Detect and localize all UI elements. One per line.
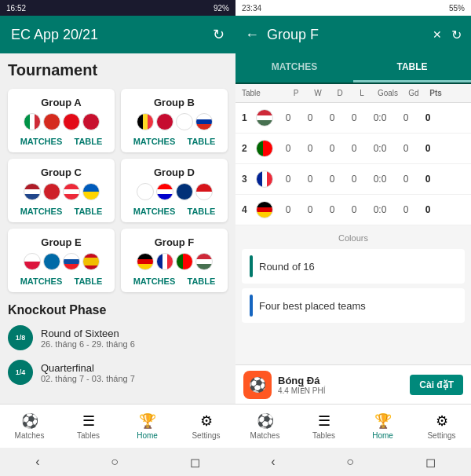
- flag-nl: [24, 183, 41, 200]
- d-1: 0: [321, 112, 343, 123]
- th-goals: Goals: [373, 89, 403, 97]
- right-nav-home[interactable]: 🏆 Home: [353, 405, 412, 448]
- flag-hu-row: [256, 109, 273, 126]
- colours-section: Colours Round of 16 Four best placed tea…: [236, 225, 471, 332]
- flag-es: [82, 253, 100, 270]
- group-card-a: Group A MATCHES TABLE: [8, 89, 115, 152]
- d-3: 0: [321, 174, 343, 185]
- group-d-flags: [127, 183, 221, 200]
- group-f-links: MATCHES TABLE: [127, 276, 221, 286]
- w-2: 0: [299, 143, 321, 154]
- group-e-matches-link[interactable]: MATCHES: [20, 276, 63, 286]
- pos-2: 2: [242, 143, 256, 154]
- flag-be: [137, 113, 154, 130]
- goals-1: 0:0: [365, 112, 395, 123]
- left-time: 16:52: [6, 4, 26, 13]
- flag-hu: [195, 253, 213, 270]
- recent-sys-btn[interactable]: ◻: [174, 452, 216, 473]
- matches-icon: ⚽: [21, 412, 38, 430]
- colour-item-best4: Four best placed teams: [242, 288, 465, 323]
- qf-name[interactable]: Quarterfinal: [41, 362, 135, 374]
- group-b-flags: [127, 113, 221, 130]
- refresh-icon[interactable]: ↻: [213, 26, 225, 43]
- right-refresh-icon[interactable]: ↻: [451, 27, 462, 42]
- tab-table[interactable]: TABLE: [353, 53, 471, 82]
- group-a-matches-link[interactable]: MATCHES: [20, 137, 63, 146]
- ad-install-button[interactable]: Cài đặT: [410, 375, 463, 395]
- colour-label-round16: Round of 16: [259, 261, 315, 273]
- group-c-matches-link[interactable]: MATCHES: [20, 207, 63, 216]
- group-e-table-link[interactable]: TABLE: [75, 276, 103, 286]
- tab-matches[interactable]: MATCHES: [236, 53, 353, 82]
- table-row-4[interactable]: 4 0 0 0 0 0:0 0 0: [236, 195, 471, 225]
- goals-2: 0:0: [365, 143, 395, 154]
- left-panel: 16:52 92% EC App 20/21 ↻ Tournament Grou…: [0, 0, 236, 476]
- right-tables-icon: ☰: [318, 412, 330, 430]
- round16-name[interactable]: Round of Sixteen: [41, 328, 135, 339]
- right-back-sys-btn[interactable]: ‹: [255, 452, 290, 472]
- l-3: 0: [343, 174, 365, 185]
- left-status-bar: 16:52 92%: [0, 0, 236, 16]
- group-f-matches-link[interactable]: MATCHES: [133, 276, 176, 286]
- table-row-2[interactable]: 2 0 0 0 0 0:0 0 0: [236, 134, 471, 164]
- w-4: 0: [299, 204, 321, 215]
- group-card-c: Group C MATCHES TABLE: [8, 159, 115, 222]
- back-sys-btn[interactable]: ‹: [20, 452, 55, 472]
- group-f-table-link[interactable]: TABLE: [188, 276, 216, 286]
- p-2: 0: [277, 143, 299, 154]
- w-3: 0: [299, 174, 321, 185]
- group-b-matches-link[interactable]: MATCHES: [133, 137, 176, 146]
- d-2: 0: [321, 143, 343, 154]
- flag-at: [63, 183, 80, 200]
- left-nav-matches[interactable]: ⚽ Matches: [0, 405, 59, 448]
- left-nav-settings[interactable]: ⚙ Settings: [177, 405, 236, 448]
- l-2: 0: [343, 143, 365, 154]
- right-panel: 23:34 55% ← Group F ✕ ↻ MATCHES TABLE Ta…: [236, 0, 471, 476]
- group-c-flags: [14, 183, 108, 200]
- colour-bar-green: [250, 255, 253, 277]
- right-nav-matches[interactable]: ⚽ Matches: [236, 405, 294, 448]
- settings-icon: ⚙: [200, 412, 213, 430]
- th-l: L: [351, 89, 373, 97]
- right-home-sys-btn[interactable]: ○: [330, 452, 370, 472]
- colours-title: Colours: [242, 233, 465, 243]
- knockout-section: Knockout Phase 1/8 Round of Sixteen 26. …: [8, 303, 228, 385]
- group-c-table-link[interactable]: TABLE: [75, 207, 103, 216]
- group-d-matches-link[interactable]: MATCHES: [133, 207, 176, 216]
- pts-3: 0: [417, 174, 439, 185]
- back-button[interactable]: ←: [245, 27, 259, 43]
- round16-info: Round of Sixteen 26. tháng 6 - 29. tháng…: [41, 328, 135, 349]
- group-a-table-link[interactable]: TABLE: [75, 137, 103, 146]
- pin-icon[interactable]: ✕: [433, 28, 442, 41]
- group-a-flags: [14, 113, 108, 130]
- right-nav-settings[interactable]: ⚙ Settings: [412, 405, 471, 448]
- right-matches-label: Matches: [250, 431, 280, 440]
- right-nav-tables[interactable]: ☰ Tables: [294, 405, 353, 448]
- table-row-1[interactable]: 1 0 0 0 0 0:0 0 0: [236, 103, 471, 134]
- group-b-table-link[interactable]: TABLE: [188, 137, 216, 146]
- group-d-name: Group D: [127, 167, 221, 178]
- l-1: 0: [343, 112, 365, 123]
- qf-info: Quarterfinal 02. tháng 7 - 03. tháng 7: [41, 362, 135, 383]
- group-e-links: MATCHES TABLE: [14, 276, 108, 286]
- group-card-e: Group E MATCHES TABLE: [8, 229, 115, 292]
- th-p: P: [285, 89, 307, 97]
- round16-badge: 1/8: [8, 325, 33, 350]
- settings-label: Settings: [192, 431, 220, 440]
- table-row-3[interactable]: 3 0 0 0 0 0:0 0 0: [236, 164, 471, 195]
- knockout-title: Knockout Phase: [8, 303, 228, 317]
- goals-3: 0:0: [365, 174, 395, 185]
- pts-1: 0: [417, 112, 439, 123]
- group-d-table-link[interactable]: TABLE: [188, 207, 216, 216]
- w-1: 0: [299, 112, 321, 123]
- colour-item-round16: Round of 16: [242, 249, 465, 284]
- left-sys-nav: ‹ ○ ◻: [0, 448, 236, 476]
- right-recent-sys-btn[interactable]: ◻: [410, 452, 451, 473]
- home-sys-btn[interactable]: ○: [95, 452, 134, 472]
- group-f-name: Group F: [127, 236, 221, 248]
- left-nav-home[interactable]: 🏆 Home: [118, 405, 177, 448]
- flag-sc: [176, 183, 193, 200]
- left-nav-tables[interactable]: ☰ Tables: [59, 405, 118, 448]
- right-content: Table P W D L Goals Gd Pts 1 0 0 0 0 0:0…: [236, 84, 471, 364]
- table-header: Table P W D L Goals Gd Pts: [236, 84, 471, 103]
